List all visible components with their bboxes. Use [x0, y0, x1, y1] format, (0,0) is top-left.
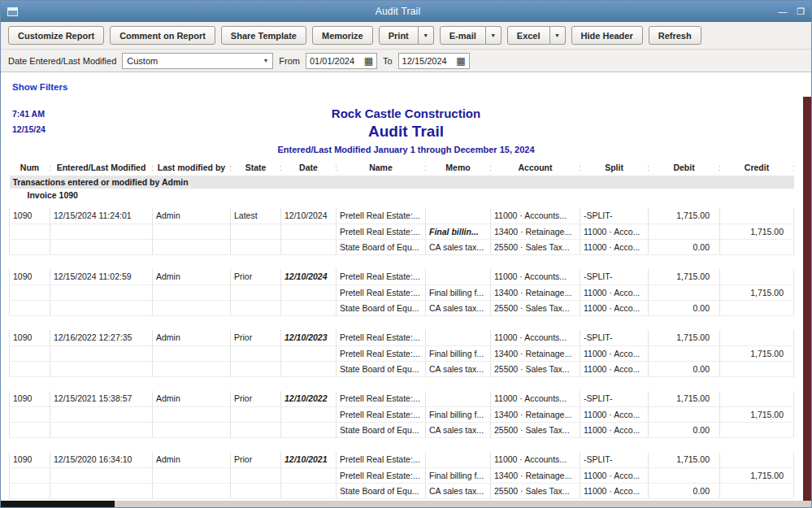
excel-dropdown-arrow-icon[interactable]: ▼	[550, 26, 566, 45]
cell-state	[231, 406, 281, 422]
col-date[interactable]: Date	[281, 161, 337, 176]
section-header-text: Transactions entered or modified by Admi…	[10, 176, 794, 189]
hide-header-button[interactable]: Hide Header	[571, 26, 643, 45]
print-button[interactable]: Print	[379, 26, 419, 45]
maximize-button[interactable]: ❐	[797, 7, 805, 16]
comment-on-report-button[interactable]: Comment on Report	[110, 26, 215, 45]
from-date-field[interactable]: 01/01/2024 ▦	[306, 53, 377, 69]
minimize-button[interactable]: —	[778, 7, 787, 16]
cell-account: 25500 · Sales Tax...	[491, 483, 580, 498]
col-num[interactable]: Num	[10, 161, 50, 176]
table-row[interactable]: Pretell Real Estate:...Final billing f..…	[10, 406, 794, 422]
col-memo[interactable]: Memo	[426, 161, 491, 176]
col-state[interactable]: State	[231, 161, 281, 176]
col-credit[interactable]: Credit	[720, 161, 794, 176]
from-date-value: 01/01/2024	[310, 56, 354, 66]
cell-name: State Board of Equ...	[337, 239, 426, 254]
excel-button[interactable]: Excel	[507, 26, 550, 45]
cell-credit: 1,715.00	[720, 345, 794, 361]
report-static-rows: Transactions entered or modified by Admi…	[10, 176, 794, 208]
vertical-scrollbar[interactable]	[803, 97, 811, 501]
cell-credit: 1,715.00	[720, 467, 794, 483]
table-row[interactable]: Pretell Real Estate:...Final billin...13…	[10, 224, 794, 239]
refresh-button[interactable]: Refresh	[649, 26, 701, 45]
from-calendar-icon[interactable]: ▦	[364, 56, 373, 66]
table-row[interactable]: Pretell Real Estate:...Final billing f..…	[10, 345, 794, 361]
table-row[interactable]: 109012/16/2022 12:27:35AdminPrior12/10/2…	[10, 330, 794, 345]
cell-split: 11000 · Acco...	[580, 406, 649, 422]
print-dropdown-arrow-icon[interactable]: ▼	[419, 26, 434, 45]
table-row[interactable]: State Board of Equ...CA sales tax...2550…	[10, 422, 794, 437]
col-last-modified-by[interactable]: Last modified by	[153, 161, 231, 176]
table-row[interactable]: 109012/15/2021 15:38:57AdminPrior12/10/2…	[10, 391, 794, 406]
report-subtitle: Entered/Last Modified January 1 through …	[1, 145, 811, 154]
cell-by	[153, 467, 231, 483]
cell-account: 11000 · Accounts...	[491, 391, 580, 406]
email-button[interactable]: E-mail	[440, 26, 486, 45]
cell-debit: 0.00	[649, 300, 720, 315]
window-icon[interactable]	[7, 7, 18, 16]
cell-date	[281, 224, 337, 239]
report-title: Audit Trail	[1, 123, 811, 141]
cell-num: 1090	[10, 208, 50, 224]
customize-report-button[interactable]: Customize Report	[8, 26, 104, 45]
table-row[interactable]: Pretell Real Estate:...Final billing f..…	[10, 467, 794, 483]
cell-date	[281, 483, 337, 498]
cell-by	[153, 406, 231, 422]
cell-date: 12/10/2024	[281, 208, 337, 224]
cell-name: Pretell Real Estate:...	[337, 284, 426, 300]
cell-date: 12/10/2024	[281, 269, 337, 284]
cell-date: 12/10/2022	[281, 391, 337, 406]
cell-debit: 1,715.00	[649, 269, 720, 284]
report-group: 109012/15/2024 11:24:01AdminLatest12/10/…	[10, 208, 794, 254]
cell-memo: CA sales tax...	[426, 483, 491, 498]
cell-by: Admin	[153, 391, 231, 406]
cell-by: Admin	[153, 330, 231, 345]
cell-debit: 1,715.00	[649, 391, 720, 406]
group-gap	[10, 254, 794, 269]
cell-by: Admin	[153, 208, 231, 224]
combo-dropdown-arrow-icon: ▼	[263, 58, 268, 63]
cell-num	[10, 483, 50, 498]
col-name[interactable]: Name	[337, 161, 426, 176]
table-row[interactable]: State Board of Equ...CA sales tax...2550…	[10, 483, 794, 498]
scrollbar-corner	[1, 501, 115, 507]
horizontal-scrollbar[interactable]	[1, 501, 811, 507]
cell-memo	[426, 330, 491, 345]
table-row[interactable]: 109012/15/2024 11:02:59AdminPrior12/10/2…	[10, 269, 794, 284]
report-time: 7:41 AM	[12, 106, 46, 122]
table-row[interactable]: State Board of Equ...CA sales tax...2550…	[10, 239, 794, 254]
memorize-button[interactable]: Memorize	[312, 26, 373, 45]
cell-state	[231, 345, 281, 361]
cell-state: Prior	[231, 269, 281, 284]
cell-split: -SPLIT-	[580, 452, 649, 467]
col-split[interactable]: Split	[580, 161, 649, 176]
cell-name: State Board of Equ...	[337, 422, 426, 437]
cell-num: 1090	[10, 391, 50, 406]
group-gap	[10, 376, 794, 391]
date-range-select[interactable]: Custom ▼	[122, 53, 273, 69]
cell-debit	[649, 284, 720, 300]
cell-account: 25500 · Sales Tax...	[491, 239, 580, 254]
cell-memo: Final billing f...	[426, 406, 491, 422]
spacer-row	[10, 202, 794, 208]
show-filters-link[interactable]: Show Filters	[12, 82, 67, 92]
table-row[interactable]: 109012/15/2020 16:34:10AdminPrior12/10/2…	[10, 452, 794, 467]
col-debit[interactable]: Debit	[649, 161, 720, 176]
cell-credit: 1,715.00	[720, 406, 794, 422]
cell-memo: CA sales tax...	[426, 422, 491, 437]
cell-entered: 12/15/2024 11:24:01	[50, 208, 153, 224]
cell-account: 11000 · Accounts...	[491, 208, 580, 224]
table-row[interactable]: 109012/15/2024 11:24:01AdminLatest12/10/…	[10, 208, 794, 224]
table-row[interactable]: State Board of Equ...CA sales tax...2550…	[10, 361, 794, 376]
cell-debit: 1,715.00	[649, 330, 720, 345]
col-account[interactable]: Account	[491, 161, 580, 176]
to-date-field[interactable]: 12/15/2024 ▦	[398, 53, 470, 69]
share-template-button[interactable]: Share Template	[221, 26, 306, 45]
email-dropdown-arrow-icon[interactable]: ▼	[486, 26, 502, 45]
table-row[interactable]: Pretell Real Estate:...Final billing f..…	[10, 284, 794, 300]
col-entered[interactable]: Entered/Last Modified	[50, 161, 153, 176]
to-calendar-icon[interactable]: ▦	[456, 56, 465, 66]
table-row[interactable]: State Board of Equ...CA sales tax...2550…	[10, 300, 794, 315]
report-area: Show Filters 7:41 AM 12/15/24 Rock Castl…	[1, 72, 811, 502]
